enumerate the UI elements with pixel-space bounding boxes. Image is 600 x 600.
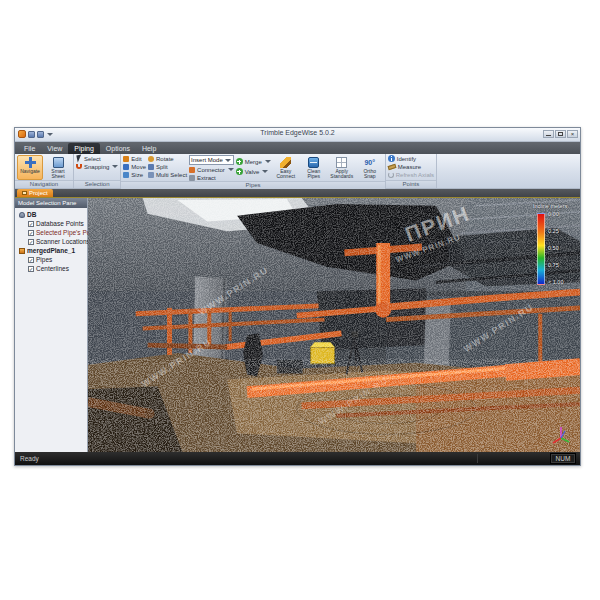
status-bar: Ready NUM	[15, 452, 580, 465]
multi-select-icon	[148, 172, 154, 178]
app-window: Trimble EdgeWise 5.0.2 × File View Pipin…	[14, 127, 581, 466]
close-button[interactable]: ×	[567, 130, 578, 138]
status-cell	[477, 454, 548, 463]
tree-item-database-points[interactable]: ✓ Database Points	[15, 219, 87, 228]
extract-icon	[189, 175, 195, 181]
model-selection-panel: Model Selection Pane DB ✓ Database Point…	[15, 198, 88, 452]
view-tab-strip: Project	[15, 189, 580, 198]
move-button[interactable]: Move	[123, 163, 146, 170]
group-label-points: Points	[386, 180, 436, 188]
maximize-button[interactable]	[555, 130, 566, 138]
window-title: Trimble EdgeWise 5.0.2	[15, 129, 580, 136]
merge-caret-icon	[265, 160, 271, 163]
ribbon-group-navigation: Navigate Smart Sheet Navigation	[15, 154, 74, 188]
merge-plus-icon	[236, 158, 243, 165]
insert-mode-dropdown[interactable]: Insert Mode	[189, 155, 234, 165]
snapping-caret-icon	[112, 165, 118, 168]
clean-pipes-icon	[308, 157, 319, 168]
rotate-button[interactable]: Rotate	[148, 155, 187, 162]
split-icon	[148, 164, 154, 170]
select-button[interactable]: Select	[76, 155, 118, 162]
edit-button[interactable]: Edit	[123, 155, 146, 162]
minimize-icon	[546, 135, 551, 136]
size-button[interactable]: Size	[123, 171, 146, 178]
connector-button[interactable]: Connector	[189, 166, 234, 173]
pen-icon	[280, 157, 291, 168]
desktop: Trimble EdgeWise 5.0.2 × File View Pipin…	[0, 0, 600, 600]
split-button[interactable]: Split	[148, 163, 187, 170]
insert-mode-caret-icon	[225, 159, 231, 162]
window-controls: ×	[543, 130, 578, 138]
smart-sheet-button[interactable]: Smart Sheet	[45, 155, 71, 180]
tab-file[interactable]: File	[18, 143, 41, 154]
checkbox-scanner-locations[interactable]: ✓	[28, 239, 34, 245]
tree-item-mergedplane[interactable]: mergedPlane_1	[15, 246, 87, 255]
standards-grid-icon	[336, 157, 347, 168]
checkbox-selected-pipes-points[interactable]: ✓	[28, 230, 34, 236]
navigate-button[interactable]: Navigate	[17, 155, 43, 180]
group-label-navigation: Navigation	[15, 180, 73, 188]
tab-options[interactable]: Options	[100, 143, 136, 154]
valve-plus-icon	[236, 168, 243, 175]
apply-standards-button[interactable]: Apply Standards	[329, 155, 355, 180]
cursor-icon	[76, 155, 82, 163]
connector-icon	[189, 167, 195, 173]
tab-view[interactable]: View	[41, 143, 68, 154]
checkbox-database-points[interactable]: ✓	[28, 221, 34, 227]
group-label-pipes: Pipes	[121, 181, 384, 189]
tab-piping[interactable]: Piping	[68, 143, 99, 154]
smart-sheet-icon	[53, 157, 64, 168]
axes-gizmo-icon	[550, 424, 572, 446]
model-tree: DB ✓ Database Points ✓ Selected Pipe's P…	[15, 208, 87, 273]
resize-icon	[123, 172, 129, 178]
connector-caret-icon	[228, 168, 234, 171]
checkbox-centerlines[interactable]: ✓	[28, 266, 34, 272]
pencil-icon	[123, 156, 129, 162]
measure-button[interactable]: Measure	[388, 163, 434, 170]
checkbox-pipes[interactable]: ✓	[28, 257, 34, 263]
snapping-button[interactable]: Snapping	[76, 163, 118, 170]
clean-pipes-button[interactable]: Clean Pipes	[301, 155, 327, 180]
project-tab[interactable]: Project	[17, 189, 53, 197]
tree-item-centerlines[interactable]: ✓ Centerlines	[15, 264, 87, 273]
tab-help[interactable]: Help	[136, 143, 162, 154]
viewport-3d[interactable]: WWW.PRIN.RU WWW.PRIN.RU WWW.PRIN.RU WWW.…	[88, 198, 580, 452]
ninety-degree-icon: 90°	[364, 157, 375, 168]
tree-item-selected-pipes-points[interactable]: ✓ Selected Pipe's Points	[15, 228, 87, 237]
easy-connect-button[interactable]: Easy Connect	[273, 155, 299, 180]
panel-header: Model Selection Pane	[15, 198, 87, 208]
num-lock-indicator: NUM	[550, 453, 576, 464]
valve-button[interactable]: Valve	[236, 168, 271, 175]
ruler-icon	[387, 163, 396, 169]
point-cloud-scene	[88, 198, 580, 452]
ortho-snap-button[interactable]: 90° Ortho Snap	[357, 155, 383, 180]
rotate-icon	[148, 156, 154, 162]
info-icon	[388, 155, 395, 162]
ribbon-tab-bar: File View Piping Options Help	[15, 142, 580, 154]
title-bar[interactable]: Trimble EdgeWise 5.0.2 ×	[15, 128, 580, 142]
status-text: Ready	[15, 455, 477, 462]
extract-button[interactable]: Extract	[189, 174, 234, 181]
ribbon: Navigate Smart Sheet Navigation Select	[15, 154, 580, 189]
move-icon	[123, 164, 129, 170]
group-label-selection: Selection	[74, 180, 120, 188]
ribbon-group-selection: Select Snapping Selection	[74, 154, 121, 188]
folder-icon	[22, 191, 27, 195]
refresh-icon	[388, 172, 394, 178]
ribbon-group-points: Identify Measure Refresh Axials Points	[386, 154, 437, 188]
magnet-icon	[76, 164, 82, 169]
navigate-icon	[25, 157, 36, 168]
tree-item-pipes[interactable]: ✓ Pipes	[15, 255, 87, 264]
maximize-icon	[558, 132, 563, 136]
minimize-button[interactable]	[543, 130, 554, 138]
ribbon-group-pipes: Edit Move Size	[121, 154, 385, 188]
identify-button[interactable]: Identify	[388, 155, 434, 162]
tree-item-db[interactable]: DB	[15, 210, 87, 219]
merge-button[interactable]: Merge	[236, 158, 271, 165]
database-icon	[19, 212, 25, 218]
refresh-axials-button[interactable]: Refresh Axials	[388, 171, 434, 178]
plane-icon	[19, 248, 25, 254]
tree-item-scanner-locations[interactable]: ✓ Scanner Locations	[15, 237, 87, 246]
valve-caret-icon	[262, 170, 268, 173]
multi-select-button[interactable]: Multi Select	[148, 171, 187, 178]
